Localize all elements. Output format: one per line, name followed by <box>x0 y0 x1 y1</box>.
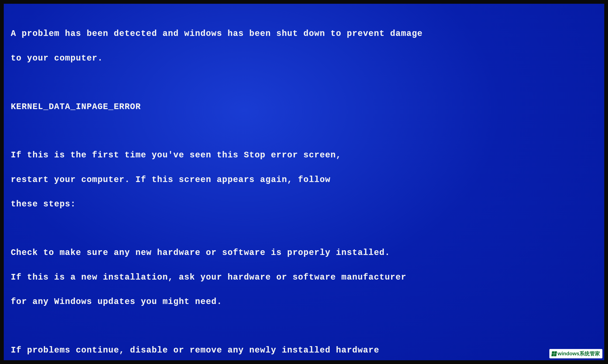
bsod-problems-line: If problems continue, disable or remove … <box>11 344 597 356</box>
blank-line <box>11 77 597 88</box>
bsod-check-line: Check to make sure any new hardware or s… <box>11 247 597 259</box>
bsod-error-name: KERNEL_DATA_INPAGE_ERROR <box>11 101 597 113</box>
blank-line <box>11 320 597 332</box>
bsod-first-time-line: If this is the first time you've seen th… <box>11 149 597 161</box>
blank-line <box>11 223 597 234</box>
bsod-intro-line: A problem has been detected and windows … <box>11 28 597 40</box>
bsod-first-time-line: restart your computer. If this screen ap… <box>11 174 597 186</box>
bsod-check-line: If this is a new installation, ask your … <box>11 271 597 284</box>
watermark-badge: windows系统管家 <box>549 349 602 358</box>
bsod-screen: A problem has been detected and windows … <box>4 4 604 360</box>
watermark-text: windows系统管家 <box>557 350 600 357</box>
blank-line <box>11 125 597 137</box>
bsod-intro-line: to your computer. <box>11 52 597 65</box>
bsod-check-line: for any Windows updates you might need. <box>11 296 597 308</box>
bsod-first-time-line: these steps: <box>11 198 597 210</box>
windows-icon <box>552 351 557 356</box>
